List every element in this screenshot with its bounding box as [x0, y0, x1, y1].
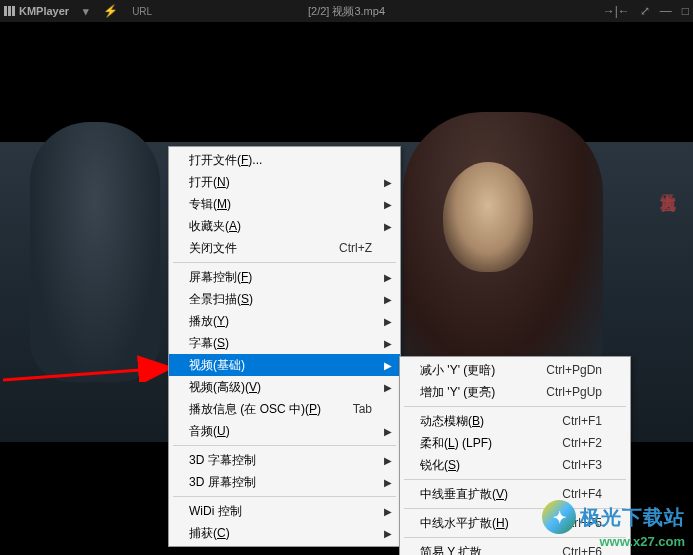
context-menu: 打开文件(F)...打开(N)▶专辑(M)▶收藏夹(A)▶关闭文件Ctrl+Z屏… [168, 146, 401, 547]
menu-item[interactable]: 捕获(C)▶ [169, 522, 400, 544]
menu-item-label: 动态模糊(B) [420, 413, 484, 430]
menu-shortcut: Ctrl+F3 [562, 458, 602, 472]
menu-item-label: 播放(Y) [189, 313, 229, 330]
submenu-arrow-icon: ▶ [384, 338, 392, 349]
menu-item[interactable]: 字幕(S)▶ [169, 332, 400, 354]
menu-item-label: 捕获(C) [189, 525, 230, 542]
menu-item[interactable]: 视频(高级)(V)▶ [169, 376, 400, 398]
menu-item[interactable]: 全景扫描(S)▶ [169, 288, 400, 310]
menu-item-label: 简易 Y 扩散 [420, 544, 482, 556]
expand-icon[interactable]: ⤢ [640, 4, 650, 18]
menu-item[interactable]: 播放信息 (在 OSC 中)(P)Tab [169, 398, 400, 420]
minimize-icon[interactable]: — [660, 4, 672, 18]
menu-item-label: 3D 屏幕控制 [189, 474, 256, 491]
submenu-arrow-icon: ▶ [384, 426, 392, 437]
menu-item-label: 3D 字幕控制 [189, 452, 256, 469]
app-logo[interactable]: KMPlayer ▾ [4, 5, 89, 18]
menu-item[interactable]: 3D 屏幕控制▶ [169, 471, 400, 493]
kmplayer-icon [4, 6, 15, 16]
menu-separator [404, 406, 626, 407]
submenu-arrow-icon: ▶ [384, 477, 392, 488]
dropdown-arrow-icon[interactable]: ▾ [83, 5, 89, 18]
menu-item[interactable]: 关闭文件Ctrl+Z [169, 237, 400, 259]
menu-item-label: 专辑(M) [189, 196, 231, 213]
menu-item[interactable]: WiDi 控制▶ [169, 500, 400, 522]
menu-shortcut: Ctrl+F1 [562, 414, 602, 428]
menu-item-label: 收藏夹(A) [189, 218, 241, 235]
menu-item[interactable]: 播放(Y)▶ [169, 310, 400, 332]
svg-line-1 [3, 368, 168, 380]
submenu-arrow-icon: ▶ [384, 506, 392, 517]
menu-item-label: 屏幕控制(F) [189, 269, 252, 286]
menu-item-label: 中线垂直扩散(V) [420, 486, 508, 503]
submenu-arrow-icon: ▶ [384, 360, 392, 371]
url-label[interactable]: URL [132, 6, 152, 17]
menu-item-label: WiDi 控制 [189, 503, 242, 520]
app-name: KMPlayer [19, 5, 69, 17]
menu-item-label: 中线水平扩散(H) [420, 515, 509, 532]
menu-item[interactable]: 专辑(M)▶ [169, 193, 400, 215]
menu-shortcut: Ctrl+PgDn [546, 363, 602, 377]
submenu-arrow-icon: ▶ [384, 177, 392, 188]
menu-item-label: 播放信息 (在 OSC 中)(P) [189, 401, 321, 418]
menu-item[interactable]: 收藏夹(A)▶ [169, 215, 400, 237]
submenu-arrow-icon: ▶ [384, 455, 392, 466]
menu-separator [173, 445, 396, 446]
menu-item-label: 字幕(S) [189, 335, 229, 352]
menu-item[interactable]: 柔和(L) (LPF)Ctrl+F2 [400, 432, 630, 454]
menu-item-label: 打开(N) [189, 174, 230, 191]
submenu-arrow-icon: ▶ [384, 272, 392, 283]
menu-item[interactable]: 增加 'Y' (更亮)Ctrl+PgUp [400, 381, 630, 403]
menu-item[interactable]: 音频(U)▶ [169, 420, 400, 442]
submenu-arrow-icon: ▶ [384, 221, 392, 232]
menu-item[interactable]: 打开文件(F)... [169, 149, 400, 171]
submenu-arrow-icon: ▶ [384, 316, 392, 327]
submenu-arrow-icon: ▶ [384, 528, 392, 539]
menu-separator [173, 262, 396, 263]
menu-shortcut: Ctrl+PgUp [546, 385, 602, 399]
menu-shortcut: Ctrl+Z [339, 241, 372, 255]
menu-item-label: 音频(U) [189, 423, 230, 440]
menu-shortcut: Ctrl+F2 [562, 436, 602, 450]
speed-icon[interactable]: →|← [603, 4, 630, 18]
menu-shortcut: Ctrl+F4 [562, 487, 602, 501]
menu-item-label: 视频(基础) [189, 357, 245, 374]
thunder-icon[interactable]: ⚡ [103, 4, 118, 18]
menu-item[interactable]: 3D 字幕控制▶ [169, 449, 400, 471]
menu-item[interactable]: 屏幕控制(F)▶ [169, 266, 400, 288]
menu-item[interactable]: 视频(基础)▶ [169, 354, 400, 376]
maximize-icon[interactable]: □ [682, 4, 689, 18]
submenu-arrow-icon: ▶ [384, 382, 392, 393]
menu-item-label: 增加 'Y' (更亮) [420, 384, 495, 401]
menu-item-label: 关闭文件 [189, 240, 237, 257]
menu-item-label: 视频(高级)(V) [189, 379, 261, 396]
menu-separator [404, 479, 626, 480]
menu-item-label: 全景扫描(S) [189, 291, 253, 308]
video-face [443, 162, 533, 272]
submenu-arrow-icon: ▶ [384, 199, 392, 210]
menu-separator [173, 496, 396, 497]
submenu-arrow-icon: ▶ [384, 294, 392, 305]
watermark-icon: ✦ [542, 500, 576, 534]
menu-item-label: 锐化(S) [420, 457, 460, 474]
menu-item[interactable]: 打开(N)▶ [169, 171, 400, 193]
menu-shortcut: Tab [353, 402, 372, 416]
annotation-arrow [3, 312, 178, 382]
menu-item-label: 柔和(L) (LPF) [420, 435, 492, 452]
titlebar: KMPlayer ▾ ⚡ URL [2/2] 视频3.mp4 →|← ⤢ — □ [0, 0, 693, 22]
menu-item-label: 减小 'Y' (更暗) [420, 362, 495, 379]
menu-item[interactable]: 动态模糊(B)Ctrl+F1 [400, 410, 630, 432]
menu-item-label: 打开文件(F)... [189, 152, 262, 169]
watermark-url: www.x27.com [542, 534, 685, 549]
menu-item[interactable]: 锐化(S)Ctrl+F3 [400, 454, 630, 476]
watermark: ✦ 极光下载站 www.x27.com [542, 500, 685, 549]
menu-item[interactable]: 减小 'Y' (更暗)Ctrl+PgDn [400, 359, 630, 381]
watermark-text: 极光下载站 [580, 504, 685, 531]
